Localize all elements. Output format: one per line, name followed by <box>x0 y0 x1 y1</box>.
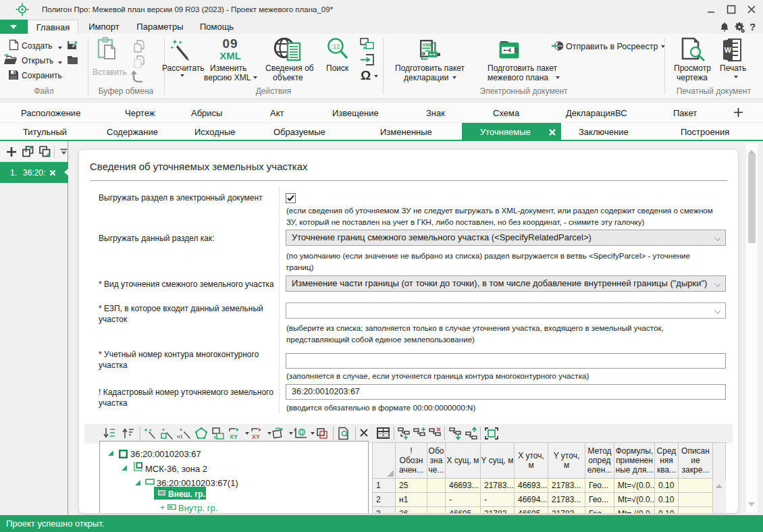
svg-text:н1: н1 <box>177 433 183 440</box>
svg-text:XY: XY <box>230 433 238 440</box>
svg-text::12: :12 <box>332 43 340 50</box>
svg-text:XML: XML <box>423 42 433 48</box>
svg-text:x: x <box>294 427 296 432</box>
svg-text:W: W <box>725 46 732 54</box>
svg-text:XY: XY <box>252 433 260 440</box>
